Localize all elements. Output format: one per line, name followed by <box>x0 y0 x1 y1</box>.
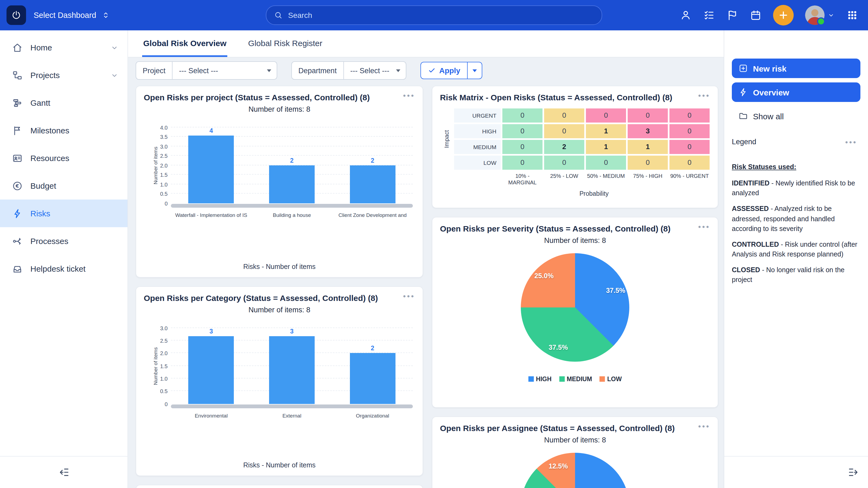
y-tick-label: 3.0 <box>149 325 167 331</box>
category-label: Client Zone Development and <box>332 212 413 218</box>
chart-scrollbar <box>171 404 413 408</box>
sidebar-item-resources[interactable]: Resources <box>0 144 127 172</box>
bar <box>188 336 234 404</box>
my-tasks-button[interactable] <box>703 9 715 21</box>
department-filter: Department --- Select --- <box>291 61 406 80</box>
power-icon <box>11 10 22 21</box>
y-tick-label: 3.5 <box>149 134 167 140</box>
bar <box>188 135 234 203</box>
risk-matrix: Impact URGENT00000HIGH00130MEDIUM02110LO… <box>440 108 710 189</box>
global-search-input[interactable] <box>287 10 594 20</box>
matrix-column-label: 75% - HIGH <box>628 171 668 189</box>
department-select[interactable]: --- Select --- <box>344 62 405 79</box>
plus-icon <box>778 10 789 21</box>
create-new-button[interactable] <box>773 5 794 26</box>
card-menu-button[interactable]: ●●● <box>401 291 417 301</box>
sidebar-item-risks[interactable]: Risks <box>0 199 127 227</box>
bar-value-label: 2 <box>371 345 374 351</box>
sidebar-item-label: Projects <box>30 70 102 80</box>
app-logo[interactable] <box>6 5 26 25</box>
card-title: Risk Matrix - Open Risks (Status = Asses… <box>440 92 696 103</box>
apply-button[interactable]: Apply <box>420 62 468 79</box>
sidebar-item-label: Processes <box>30 236 119 246</box>
apps-grid-icon <box>846 9 858 21</box>
overview-button[interactable]: Overview <box>732 83 860 102</box>
new-risk-button-label: New risk <box>753 64 786 73</box>
sidebar-item-label: Budget <box>30 181 119 190</box>
y-tick-label: 0.5 <box>149 388 167 394</box>
project-filter-label: Project <box>136 62 173 79</box>
sidebar-item-label: Gantt <box>30 98 119 107</box>
show-all-button-label: Show all <box>753 111 784 121</box>
y-tick-label: 0 <box>149 401 167 407</box>
card-menu-button[interactable]: ●●● <box>696 91 712 100</box>
card-title: Open Risks per Category (Status = Assess… <box>144 293 401 303</box>
flag-icon <box>726 9 738 21</box>
show-all-button[interactable]: Show all <box>732 106 860 126</box>
card-open-risks-per-project: Open Risks per project (Status = Assesse… <box>135 86 423 278</box>
project-select[interactable]: --- Select --- <box>173 62 277 79</box>
dashboard-selector[interactable]: Select Dashboard <box>34 11 111 20</box>
bar-value-label: 3 <box>209 328 213 334</box>
projects-icon <box>12 70 23 80</box>
apply-dropdown-button[interactable] <box>468 62 483 79</box>
matrix-cell: 0 <box>502 140 542 154</box>
expand-panel-button[interactable] <box>847 466 859 478</box>
chevron-down-icon <box>473 69 477 72</box>
flag-button[interactable] <box>726 9 738 21</box>
legend-item: HIGH <box>528 376 552 382</box>
sidebar-item-home[interactable]: Home <box>0 34 127 61</box>
card-menu-button[interactable]: ●●● <box>696 421 712 431</box>
topbar: Select Dashboard <box>0 0 868 30</box>
sidebar-item-budget[interactable]: €Budget <box>0 172 127 199</box>
sidebar-item-projects[interactable]: Projects <box>0 61 127 89</box>
apply-button-label: Apply <box>439 66 460 75</box>
sidebar-item-helpdesk-ticket[interactable]: Helpdesk ticket <box>0 255 127 283</box>
pie-slice-label: 37.5% <box>549 344 568 352</box>
matrix-cell: 0 <box>586 108 626 122</box>
category-label: External <box>251 412 332 418</box>
card-subtitle: Number of items: 8 <box>136 105 423 113</box>
tab-global-risk-register[interactable]: Global Risk Register <box>247 30 323 57</box>
matrix-cell: 3 <box>628 124 668 138</box>
probability-axis-label: Probability <box>494 190 694 197</box>
profile-button[interactable] <box>680 9 692 21</box>
y-tick-label: 2.5 <box>149 338 167 344</box>
matrix-cell: 0 <box>628 108 668 122</box>
status-definition: CLOSED - No longer valid risk on the pro… <box>732 265 860 285</box>
category-label: Organizational <box>332 412 413 418</box>
department-filter-label: Department <box>292 62 344 79</box>
matrix-cell: 0 <box>502 155 542 169</box>
dashboard-selector-label: Select Dashboard <box>34 11 96 20</box>
matrix-cell: 0 <box>544 108 584 122</box>
sidebar-item-label: Risks <box>30 209 119 218</box>
card-title: Open Risks per Assignee (Status = Assess… <box>440 423 696 433</box>
y-tick-label: 2.0 <box>149 162 167 168</box>
collapse-sidebar-button[interactable] <box>58 466 70 478</box>
user-menu[interactable] <box>805 5 835 25</box>
gantt-icon <box>12 97 23 108</box>
new-risk-button[interactable]: New risk <box>732 59 860 78</box>
y-tick-label: 0.5 <box>149 191 167 197</box>
budget-icon: € <box>12 180 23 191</box>
card-menu-button[interactable]: ●●● <box>696 222 712 231</box>
calendar-button[interactable] <box>750 9 762 21</box>
sidebar-item-gantt[interactable]: Gantt <box>0 89 127 117</box>
tab-global-risk-overview[interactable]: Global Risk Overview <box>142 30 227 57</box>
category-label: Environmental <box>171 412 251 418</box>
legend-heading: Risk Statuses used: <box>732 162 860 172</box>
main-area: Global Risk OverviewGlobal Risk Register… <box>128 30 724 488</box>
y-tick-label: 1.0 <box>149 376 167 382</box>
sidebar-item-processes[interactable]: Processes <box>0 227 127 255</box>
online-status-dot <box>817 18 825 26</box>
matrix-cell: 0 <box>670 124 710 138</box>
apps-menu-button[interactable] <box>846 9 858 21</box>
matrix-cell: 0 <box>586 155 626 169</box>
card-subtitle: Number of items: 8 <box>136 305 423 314</box>
pie-chart: 37.5%37.5%25.0% <box>521 253 629 361</box>
card-menu-button[interactable]: ●●● <box>401 91 417 100</box>
pie-legend: HIGHMEDIUMLOW <box>528 376 622 382</box>
legend-menu-button[interactable]: ●●● <box>842 138 860 145</box>
sidebar-item-milestones[interactable]: Milestones <box>0 117 127 144</box>
legend-title: Legend <box>732 138 756 146</box>
